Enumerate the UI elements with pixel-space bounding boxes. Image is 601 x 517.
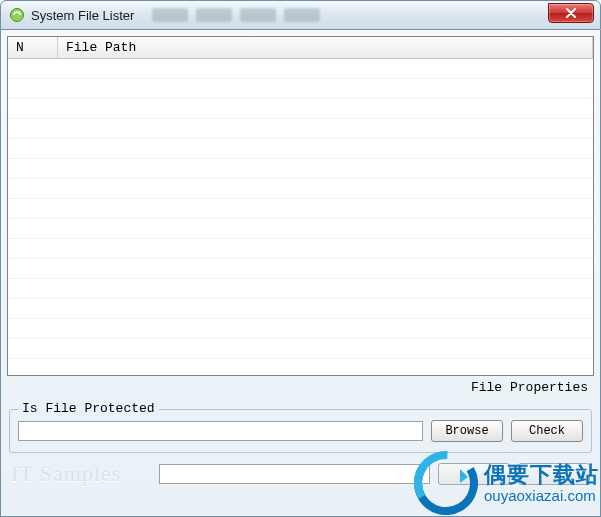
- bottom-input[interactable]: [159, 464, 430, 484]
- svg-point-0: [11, 9, 24, 22]
- bottom-button-2[interactable]: [518, 463, 590, 485]
- list-header: N File Path: [8, 37, 593, 59]
- titlebar: System File Lister: [0, 0, 601, 30]
- client-area: N File Path File Properties Is File Prot…: [0, 30, 601, 517]
- close-icon: [565, 8, 577, 18]
- is-file-protected-group: Is File Protected Browse Check: [9, 409, 592, 453]
- bottom-strip: IT Samples: [7, 455, 594, 487]
- check-button[interactable]: Check: [511, 420, 583, 442]
- protected-path-input[interactable]: [18, 421, 423, 441]
- file-list[interactable]: N File Path: [7, 36, 594, 376]
- close-button[interactable]: [548, 3, 594, 23]
- browse-button[interactable]: Browse: [431, 420, 503, 442]
- groupbox-legend: Is File Protected: [18, 401, 159, 416]
- column-header-n[interactable]: N: [8, 37, 58, 58]
- app-icon: [9, 7, 25, 23]
- brand-text: IT Samples: [11, 461, 151, 487]
- list-body[interactable]: [8, 59, 593, 375]
- column-header-path[interactable]: File Path: [58, 37, 593, 58]
- bottom-button-1[interactable]: [438, 463, 510, 485]
- window-title: System File Lister: [31, 8, 134, 23]
- titlebar-blurred-items: [152, 8, 320, 22]
